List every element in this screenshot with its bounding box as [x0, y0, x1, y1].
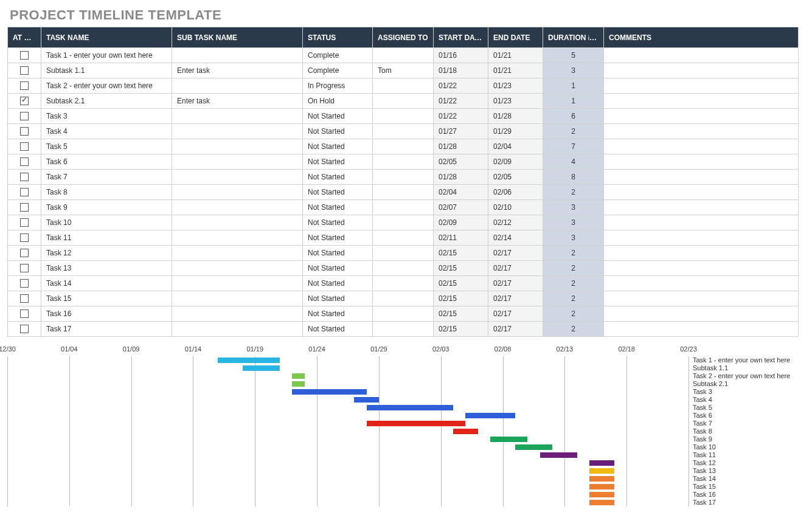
- status-cell[interactable]: Not Started: [303, 261, 373, 276]
- end-date-cell[interactable]: 02/06: [488, 185, 543, 200]
- subtask-cell[interactable]: [172, 139, 303, 154]
- end-date-cell[interactable]: 01/23: [488, 94, 543, 109]
- task-cell[interactable]: Subtask 1.1: [41, 63, 172, 78]
- task-cell[interactable]: Task 9: [41, 200, 172, 215]
- duration-cell[interactable]: 2: [543, 246, 604, 261]
- duration-cell[interactable]: 3: [543, 200, 604, 215]
- start-date-cell[interactable]: 02/15: [434, 291, 488, 306]
- end-date-cell[interactable]: 02/04: [488, 139, 543, 154]
- checkbox-icon[interactable]: [20, 127, 29, 136]
- task-cell[interactable]: Task 14: [41, 276, 172, 291]
- status-cell[interactable]: Not Started: [303, 291, 373, 306]
- end-date-cell[interactable]: 01/21: [488, 48, 543, 63]
- assigned-cell[interactable]: [373, 200, 434, 215]
- task-cell[interactable]: Task 10: [41, 215, 172, 230]
- checkbox-icon[interactable]: [20, 279, 29, 288]
- end-date-cell[interactable]: 02/09: [488, 154, 543, 170]
- assigned-cell[interactable]: [373, 124, 434, 139]
- end-date-cell[interactable]: 02/17: [488, 261, 543, 276]
- checkbox-icon[interactable]: [20, 218, 29, 227]
- comments-cell[interactable]: [604, 94, 799, 109]
- comments-cell[interactable]: [604, 276, 799, 291]
- duration-cell[interactable]: 8: [543, 170, 604, 185]
- end-date-cell[interactable]: 02/17: [488, 246, 543, 261]
- status-cell[interactable]: Not Started: [303, 109, 373, 124]
- start-date-cell[interactable]: 02/15: [434, 276, 488, 291]
- checkbox-icon[interactable]: [20, 264, 29, 272]
- at-risk-cell[interactable]: [8, 322, 41, 337]
- start-date-cell[interactable]: 01/22: [434, 109, 488, 124]
- task-cell[interactable]: Task 5: [41, 139, 172, 154]
- start-date-cell[interactable]: 02/04: [434, 185, 488, 200]
- subtask-cell[interactable]: [172, 230, 303, 246]
- task-cell[interactable]: Task 8: [41, 185, 172, 200]
- checkbox-icon[interactable]: [20, 112, 29, 120]
- subtask-cell[interactable]: [172, 48, 303, 63]
- checkbox-icon[interactable]: [20, 81, 29, 90]
- end-date-cell[interactable]: 02/17: [488, 276, 543, 291]
- duration-cell[interactable]: 2: [543, 322, 604, 337]
- assigned-cell[interactable]: [373, 246, 434, 261]
- checkbox-icon[interactable]: [20, 142, 29, 151]
- status-cell[interactable]: Not Started: [303, 246, 373, 261]
- subtask-cell[interactable]: [172, 276, 303, 291]
- comments-cell[interactable]: [604, 261, 799, 276]
- start-date-cell[interactable]: 02/07: [434, 200, 488, 215]
- at-risk-cell[interactable]: [8, 291, 41, 306]
- comments-cell[interactable]: [604, 200, 799, 215]
- comments-cell[interactable]: [604, 63, 799, 78]
- at-risk-cell[interactable]: [8, 276, 41, 291]
- at-risk-cell[interactable]: [8, 63, 41, 78]
- end-date-cell[interactable]: 01/23: [488, 78, 543, 94]
- comments-cell[interactable]: [604, 78, 799, 94]
- subtask-cell[interactable]: [172, 215, 303, 230]
- comments-cell[interactable]: [604, 215, 799, 230]
- comments-cell[interactable]: [604, 246, 799, 261]
- assigned-cell[interactable]: [373, 261, 434, 276]
- start-date-cell[interactable]: 02/11: [434, 230, 488, 246]
- duration-cell[interactable]: 2: [543, 185, 604, 200]
- checkbox-icon[interactable]: [20, 249, 29, 257]
- task-cell[interactable]: Task 13: [41, 261, 172, 276]
- at-risk-cell[interactable]: [8, 139, 41, 154]
- subtask-cell[interactable]: [172, 200, 303, 215]
- end-date-cell[interactable]: 02/12: [488, 215, 543, 230]
- status-cell[interactable]: Not Started: [303, 200, 373, 215]
- at-risk-cell[interactable]: [8, 185, 41, 200]
- end-date-cell[interactable]: 02/17: [488, 322, 543, 337]
- status-cell[interactable]: Not Started: [303, 230, 373, 246]
- checkbox-icon[interactable]: [20, 157, 29, 166]
- end-date-cell[interactable]: 01/21: [488, 63, 543, 78]
- duration-cell[interactable]: 6: [543, 109, 604, 124]
- comments-cell[interactable]: [604, 291, 799, 306]
- comments-cell[interactable]: [604, 322, 799, 337]
- end-date-cell[interactable]: 01/28: [488, 109, 543, 124]
- assigned-cell[interactable]: [373, 109, 434, 124]
- status-cell[interactable]: Not Started: [303, 215, 373, 230]
- comments-cell[interactable]: [604, 48, 799, 63]
- at-risk-cell[interactable]: [8, 94, 41, 109]
- task-cell[interactable]: Task 16: [41, 306, 172, 322]
- checkbox-icon[interactable]: [20, 309, 29, 318]
- start-date-cell[interactable]: 01/27: [434, 124, 488, 139]
- subtask-cell[interactable]: [172, 170, 303, 185]
- end-date-cell[interactable]: 02/10: [488, 200, 543, 215]
- subtask-cell[interactable]: [172, 154, 303, 170]
- at-risk-cell[interactable]: [8, 261, 41, 276]
- at-risk-cell[interactable]: [8, 306, 41, 322]
- start-date-cell[interactable]: 02/15: [434, 261, 488, 276]
- start-date-cell[interactable]: 01/28: [434, 139, 488, 154]
- duration-cell[interactable]: 3: [543, 215, 604, 230]
- assigned-cell[interactable]: [373, 306, 434, 322]
- task-cell[interactable]: Task 2 - enter your own text here: [41, 78, 172, 94]
- task-cell[interactable]: Task 12: [41, 246, 172, 261]
- status-cell[interactable]: Complete: [303, 48, 373, 63]
- status-cell[interactable]: Not Started: [303, 306, 373, 322]
- duration-cell[interactable]: 4: [543, 154, 604, 170]
- task-cell[interactable]: Task 3: [41, 109, 172, 124]
- status-cell[interactable]: Not Started: [303, 139, 373, 154]
- subtask-cell[interactable]: [172, 261, 303, 276]
- assigned-cell[interactable]: [373, 230, 434, 246]
- subtask-cell[interactable]: [172, 185, 303, 200]
- task-cell[interactable]: Subtask 2.1: [41, 94, 172, 109]
